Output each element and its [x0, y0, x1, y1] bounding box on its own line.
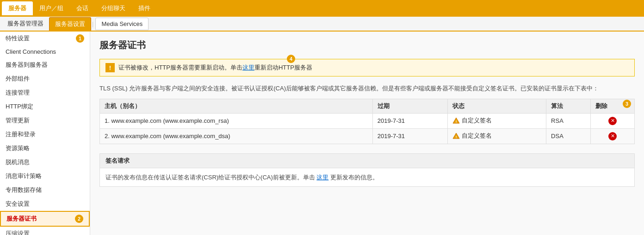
sidebar-badge-1: 1: [76, 34, 84, 43]
warning-link[interactable]: 这里: [242, 64, 254, 72]
second-nav-media[interactable]: Media Services: [95, 18, 149, 30]
sidebar-item-client-connections[interactable]: Client Connections: [0, 45, 90, 58]
second-nav-manager[interactable]: 服务器管理器: [2, 17, 49, 30]
sidebar-item-connection-mgmt[interactable]: 连接管理: [0, 86, 90, 100]
nav-separator: |: [91, 20, 94, 27]
sidebar-item-server-cert[interactable]: 服务器证书 2: [0, 211, 90, 227]
svg-text:!: !: [455, 135, 457, 139]
sidebar-item-resource-policy[interactable]: 资源策略: [0, 141, 90, 155]
cell-delete-1: ✕: [591, 113, 635, 128]
cert-table-wrapper: 主机（别名） 过期 状态 算法 删除 3 1. www.e: [99, 99, 635, 144]
layout: 特性设置 1 Client Connections 服务器到服务器 外部组件 连…: [0, 32, 644, 235]
warning-banner: ! 证书被修改，HTTP服务器需要重新启动。单击 这里 重新启动HTTP服务器 …: [99, 59, 635, 76]
delete-header-badge-3: 3: [623, 100, 631, 108]
delete-button-1[interactable]: ✕: [608, 117, 617, 125]
top-nav-plugins[interactable]: 插件: [132, 1, 157, 15]
warning-icon: !: [105, 63, 115, 72]
sidebar-badge-2: 2: [75, 215, 83, 223]
warning-triangle-icon: !: [452, 117, 460, 124]
sidebar: 特性设置 1 Client Connections 服务器到服务器 外部组件 连…: [0, 32, 90, 235]
top-nav-sessions[interactable]: 会话: [70, 1, 95, 15]
main-content: 服务器证书 ! 证书被修改，HTTP服务器需要重新启动。单击 这里 重新启动HT…: [90, 32, 644, 235]
cert-table: 主机（别名） 过期 状态 算法 删除 3 1. www.e: [99, 99, 635, 144]
table-row: 2. www.example.com (www.example.com_dsa)…: [100, 128, 635, 144]
sidebar-item-features[interactable]: 特性设置 1: [0, 32, 90, 45]
cell-index-2: 2. www.example.com (www.example.com_dsa): [100, 128, 373, 144]
table-row: 1. www.example.com (www.example.com_rsa)…: [100, 113, 635, 128]
signature-box: 签名请求 证书的发布信息在传送认证签名请求(CSR)给证书授权中心(CA)前被更…: [99, 153, 635, 187]
cell-status-2: ! 自定义签名: [447, 128, 546, 144]
second-nav-settings[interactable]: 服务器设置: [49, 17, 91, 31]
warning-text-after: 重新启动HTTP服务器: [254, 64, 312, 72]
description-text: TLS (SSL) 允许服务器与客户端之间的安全连接。被证书认证授权(CA)后能…: [99, 84, 635, 93]
sidebar-item-registration[interactable]: 注册和登录: [0, 127, 90, 141]
th-expiry: 过期: [372, 99, 447, 113]
th-host: 主机（别名）: [100, 99, 373, 113]
sidebar-item-http[interactable]: HTTP绑定: [0, 100, 90, 114]
sidebar-item-admin-update[interactable]: 管理更新: [0, 114, 90, 127]
cell-status-1: ! 自定义签名: [447, 113, 546, 128]
status-icon-2: ! 自定义签名: [452, 132, 492, 140]
table-header-row: 主机（别名） 过期 状态 算法 删除 3: [100, 99, 635, 113]
signature-link[interactable]: 这里: [316, 174, 328, 181]
sidebar-item-offline[interactable]: 脱机消息: [0, 155, 90, 169]
cell-expiry-1: 2019-7-31: [372, 113, 447, 128]
cell-index-1: 1. www.example.com (www.example.com_rsa): [100, 113, 373, 128]
sidebar-item-dedicated-storage[interactable]: 专用数据存储: [0, 183, 90, 197]
page-title: 服务器证书: [99, 39, 635, 51]
warning-text: 证书被修改，HTTP服务器需要重新启动。单击: [118, 64, 242, 72]
cell-algo-1: RSA: [546, 113, 591, 128]
signature-box-content: 证书的发布信息在传送认证签名请求(CSR)给证书授权中心(CA)前被更新。单击 …: [100, 168, 634, 187]
cell-expiry-2: 2019-7-31: [372, 128, 447, 144]
cell-delete-2: ✕: [591, 128, 635, 144]
svg-text:!: !: [455, 120, 457, 124]
second-nav: 服务器管理器 服务器设置 | Media Services: [0, 17, 644, 32]
th-algorithm: 算法: [546, 99, 591, 113]
th-delete: 删除 3: [591, 99, 635, 113]
warning-triangle-icon-2: !: [452, 132, 460, 140]
delete-button-2[interactable]: ✕: [608, 132, 617, 140]
top-nav-groupchat[interactable]: 分组聊天: [95, 1, 132, 15]
sidebar-item-s2s[interactable]: 服务器到服务器: [0, 58, 90, 72]
th-status: 状态: [447, 99, 546, 113]
sidebar-item-audit[interactable]: 消息审计策略: [0, 169, 90, 183]
cell-algo-2: DSA: [546, 128, 591, 144]
sidebar-item-security[interactable]: 安全设置: [0, 197, 90, 211]
top-nav-users[interactable]: 用户／组: [33, 1, 70, 15]
status-icon-1: ! 自定义签名: [452, 116, 492, 125]
top-nav: 服务器 用户／组 会话 分组聊天 插件: [0, 0, 644, 17]
warning-badge-4: 4: [287, 55, 295, 63]
sidebar-item-external[interactable]: 外部组件: [0, 72, 90, 86]
top-nav-servers[interactable]: 服务器: [2, 1, 33, 15]
sidebar-item-compression[interactable]: 压缩设置: [0, 227, 90, 235]
signature-box-title: 签名请求: [100, 154, 634, 168]
